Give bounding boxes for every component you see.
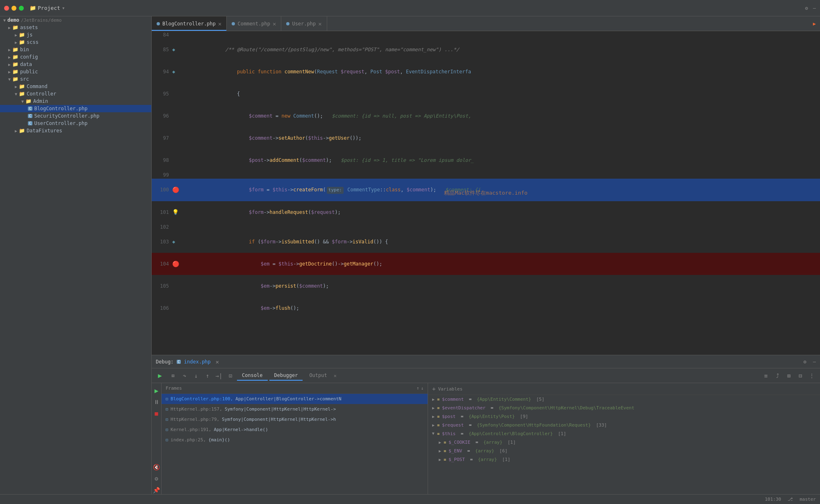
tab-dot	[157, 22, 160, 25]
bookmark-icon: ◆	[172, 47, 175, 52]
sidebar-item-assets[interactable]: ▶ 📁 assets	[0, 24, 151, 31]
variable-item[interactable]: ▶ ≡ $comment = {App\Entity\Comment} [5]	[428, 395, 820, 404]
mute-icon[interactable]: 🔇	[153, 463, 161, 471]
sidebar-item-bin[interactable]: ▶ 📁 bin	[0, 46, 151, 53]
project-title: 📁 Project ▾	[30, 5, 65, 11]
debug-content: ▶ ⏸ ■ 🔇 ⚙ 📌 Frames ↑ ↓	[152, 383, 820, 494]
sidebar-item-usercontroller[interactable]: C UserController.php	[0, 120, 151, 127]
tab-close-icon[interactable]: ✕	[273, 20, 276, 27]
step-into-button[interactable]: ↓	[191, 371, 201, 381]
code-editor[interactable]: 精品Mac软件尽在macstore.info 84 85 ◆ /** @Rou	[152, 31, 820, 355]
resume-button[interactable]: ▶	[155, 371, 165, 381]
arrange-icon[interactable]: ⊟	[795, 371, 805, 381]
sidebar-item-command[interactable]: ▶ 📁 Command	[0, 83, 151, 90]
sidebar-item-controller[interactable]: ▼ 📁 Controller	[0, 90, 151, 98]
settings-icon[interactable]: ⚙	[805, 5, 808, 11]
gutter: ◆	[172, 231, 180, 253]
tab-blogcontroller[interactable]: BlogController.php ✕	[152, 16, 227, 31]
tab-close-icon[interactable]: ✕	[218, 20, 221, 27]
gutter	[172, 83, 180, 105]
step-over-button[interactable]: ↷	[180, 371, 189, 381]
pause-button[interactable]: ⏸	[153, 398, 161, 406]
frame-item[interactable]: ⊡ index.php:25, {main}()	[162, 435, 428, 445]
sidebar-item-label: js	[27, 32, 32, 38]
step-out-button[interactable]: ↑	[203, 371, 212, 381]
sidebar-item-scss[interactable]: ▶ 📁 scss	[0, 39, 151, 46]
sidebar-item-securitycontroller[interactable]: C SecurityController.php	[0, 112, 151, 120]
debug-tab-output[interactable]: Output	[304, 371, 332, 381]
evaluate-button[interactable]: ⊡	[226, 371, 235, 381]
frames-down-icon[interactable]: ↓	[421, 386, 424, 391]
debug-tab-console[interactable]: Console	[237, 371, 268, 381]
frame-item[interactable]: ⊡ BlogController.php:100, App|Controller…	[162, 394, 428, 404]
jump-icon[interactable]: ⤴	[772, 371, 782, 381]
debug-settings-icon[interactable]: ⚙	[804, 359, 806, 365]
scroll-indicator: ▶	[813, 21, 820, 27]
tab-label: BlogController.php	[162, 21, 216, 27]
debug-minus-icon[interactable]: —	[813, 359, 816, 365]
var-equals: =	[488, 405, 496, 411]
sidebar-item-datafixtures[interactable]: ▶ 📁 DataFixtures	[0, 127, 151, 134]
frame-item[interactable]: ⊡ Kernel.php:191, App|Kernel->handle()	[162, 425, 428, 435]
expand-arrow: ▶	[8, 25, 11, 30]
code-content: $post->addComment($comment); $post: {id …	[180, 149, 820, 171]
run-to-cursor-button[interactable]: →|	[214, 371, 224, 381]
variable-item[interactable]: ▶ ≡ $_ENV = {array} [6]	[428, 447, 820, 455]
stop-button[interactable]: ■	[153, 409, 161, 418]
table-row: 85 ◆ /** @Route("/comment/{postSlug}/new…	[152, 39, 820, 61]
variable-item[interactable]: ▶ ≡ $post = {App\Entity\Post} [9]	[428, 412, 820, 421]
tab-label: Comment.php	[237, 21, 270, 27]
variable-item[interactable]: ▶ ≡ $request = {Symfony\Component\HttpFo…	[428, 421, 820, 429]
code-content: $em->persist($comment);	[180, 275, 820, 297]
var-count: [33]	[593, 422, 607, 428]
pin-icon[interactable]: ⊞	[784, 371, 794, 381]
filter-icon[interactable]: ≡	[761, 371, 771, 381]
debug-tab-close-icon[interactable]: ✕	[216, 359, 219, 365]
bulb-icon: 💡	[172, 209, 179, 215]
frame-item[interactable]: ⊡ HttpKernel.php:157, Symfony|Component|…	[162, 404, 428, 414]
var-value: {App\Entity\Comment}	[477, 397, 531, 402]
code-table: 84 85 ◆ /** @Route("/comment/{postSlug}/…	[152, 31, 820, 319]
sidebar-item-config[interactable]: ▶ 📁 config	[0, 53, 151, 61]
sidebar-item-data[interactable]: ▶ 📁 data	[0, 61, 151, 68]
var-equals: =	[458, 414, 466, 419]
frames-header: Frames ↑ ↓	[162, 383, 428, 394]
var-expand-arrow: ▶	[439, 457, 441, 462]
var-type-icon: ≡	[437, 414, 440, 419]
minimize-icon[interactable]: —	[813, 5, 816, 11]
variable-item[interactable]: ▶ ≡ $this = {App\Controller\BlogControll…	[428, 429, 820, 438]
tab-close-icon[interactable]: ✕	[318, 20, 321, 27]
sidebar-item-admin[interactable]: ▼ 📁 Admin	[0, 98, 151, 105]
cursor-position: 101:30	[765, 497, 781, 502]
sidebar-item-blogcontroller[interactable]: C BlogController.php	[0, 105, 151, 112]
sidebar-root[interactable]: ▼ demo /JetBrains/demo	[0, 16, 151, 24]
variable-item[interactable]: ▶ ≡ $eventDispatcher = {Symfony\Componen…	[428, 404, 820, 412]
frame-item[interactable]: ⊡ HttpKernel.php:79, Symfony|Component|H…	[162, 414, 428, 425]
settings-side-icon[interactable]: ⚙	[153, 474, 161, 483]
variable-item[interactable]: ▶ ≡ $_COOKIE = {array} [1]	[428, 438, 820, 447]
pin-side-icon[interactable]: 📌	[153, 486, 161, 494]
debug-tab-debugger[interactable]: Debugger	[269, 371, 303, 381]
sidebar-item-src[interactable]: ▼ 📁 src	[0, 75, 151, 83]
minimize-button[interactable]	[11, 6, 16, 11]
sidebar-item-public[interactable]: ▶ 📁 public	[0, 68, 151, 75]
tab-comment[interactable]: Comment.php ✕	[227, 16, 281, 31]
maximize-button[interactable]	[19, 6, 24, 11]
var-type-icon: ≡	[437, 406, 440, 410]
variable-item[interactable]: ▶ ≡ $_POST = {array} [1]	[428, 455, 820, 464]
debug-file-link[interactable]: index.php	[184, 359, 211, 365]
sidebar-item-js[interactable]: ▶ 📁 js	[0, 31, 151, 39]
sidebar-item-label: bin	[20, 47, 29, 52]
frames-up-icon[interactable]: ↑	[417, 386, 419, 391]
add-watch-icon[interactable]: +	[432, 386, 435, 392]
close-button[interactable]	[4, 6, 9, 11]
chevron-down-icon[interactable]: ▾	[62, 5, 65, 11]
resume-side-button[interactable]: ▶	[153, 386, 161, 395]
gutter	[172, 171, 180, 179]
frames-actions: ↑ ↓	[417, 386, 424, 391]
gutter	[172, 149, 180, 171]
tab-user[interactable]: User.php ✕	[281, 16, 327, 31]
output-tab-close[interactable]: ✕	[334, 373, 337, 379]
sidebar-item-label: config	[20, 54, 38, 60]
more-icon[interactable]: ⋮	[807, 371, 817, 381]
